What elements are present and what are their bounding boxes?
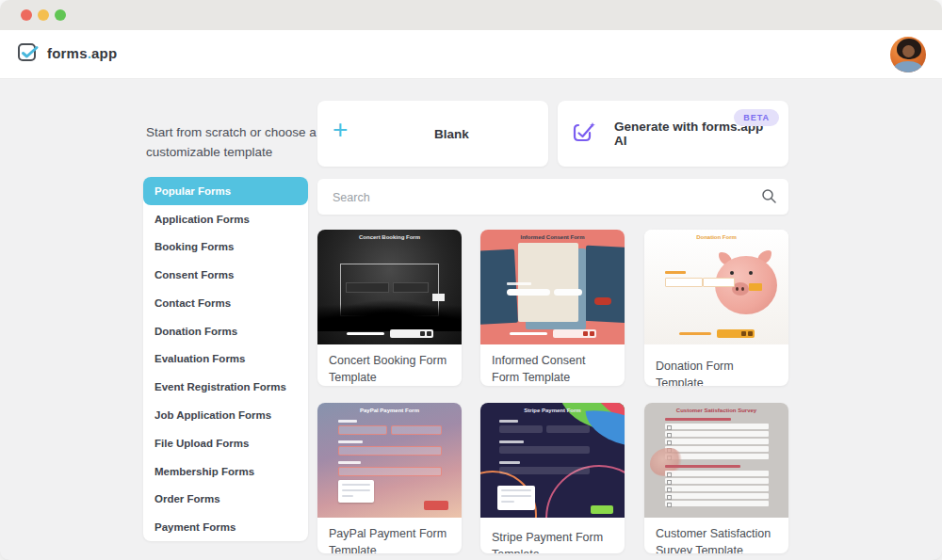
mini-progress [679,332,711,335]
mini-option-row [665,424,769,429]
beta-badge: BETA [734,109,779,126]
mini-option-row [665,493,769,499]
app-header: forms.app [0,30,942,79]
sidebar-item-booking-forms[interactable]: Booking Forms [143,233,308,262]
preview-title: Donation Form [644,234,788,240]
mini-label [338,420,357,423]
minimize-window-button[interactable] [38,9,49,21]
search-icon[interactable] [761,188,777,204]
mini-label [338,461,361,464]
mini-submit-button [424,501,448,510]
mini-footer [480,329,625,338]
template-title: PayPal Payment Form Template [317,518,462,553]
preview-title: Informed Consent Form [480,234,625,240]
mini-question-label [665,465,740,468]
mini-option-row [665,431,769,437]
mini-input [499,467,590,474]
preview-title: Stripe Payment Form [480,408,625,413]
template-preview-survey: Customer Satisfaction Survey [644,403,788,518]
sidebar-item-evaluation-forms[interactable]: Evaluation Forms [143,345,308,374]
mini-input [499,446,590,454]
sidebar-item-application-forms[interactable]: Application Forms [143,205,308,233]
piggy-bank-graphic [749,271,753,275]
close-window-button[interactable] [21,9,32,21]
mini-input [338,467,442,476]
blank-form-label: Blank [374,101,529,167]
template-preview-concert: Concert Booking Form [317,230,462,344]
mini-label [507,282,531,285]
mini-pager [553,329,596,338]
preview-title: Concert Booking Form [317,234,462,240]
sidebar-item-file-upload-forms[interactable]: File Upload Forms [143,429,308,457]
sidebar-item-contact-forms[interactable]: Contact Forms [143,289,308,317]
mini-option-row [665,486,769,491]
mini-label [499,461,520,464]
mini-pager [717,329,755,338]
mini-option-row [665,439,769,444]
ai-check-icon [571,120,597,146]
mini-button [749,283,762,291]
mini-footer [317,329,462,338]
mini-option-row [665,446,769,452]
template-card-donation[interactable]: Donation Form Donation Form Template [644,230,788,386]
sidebar-item-job-application-forms[interactable]: Job Application Forms [143,401,308,429]
mini-input [546,425,590,433]
avatar-shirt [894,61,922,72]
template-preview-paypal: PayPal Payment Form [317,403,462,518]
mini-input [338,446,442,456]
user-avatar[interactable] [890,37,926,72]
sidebar-item-membership-forms[interactable]: Membership Forms [143,457,308,486]
sidebar-item-consent-forms[interactable]: Consent Forms [143,261,308,289]
mini-label [499,420,518,423]
template-card-customer-satisfaction[interactable]: Customer Satisfaction Survey Customer Sa… [644,403,788,553]
mini-input [703,278,735,287]
paper-graphic [480,249,518,326]
mini-progress [347,332,384,335]
template-card-informed-consent[interactable]: Informed Consent Form Informed Consent F… [480,230,625,386]
sidebar-item-donation-forms[interactable]: Donation Forms [143,317,308,345]
mini-label [665,271,686,274]
blank-form-button[interactable]: + Blank [317,101,548,167]
brand-name: forms.app [47,45,117,61]
generate-ai-button[interactable]: Generate with forms.app AI BETA [558,101,788,167]
mini-progress [510,332,547,335]
mini-option-row [665,501,769,506]
template-card-stripe-payment[interactable]: Stripe Payment Form Stripe Payment Form … [480,403,625,553]
mini-input [499,425,543,433]
template-title: Informed Consent Form Template [480,344,625,386]
template-title: Concert Booking Form Template [317,344,462,386]
forms-app-logo-icon [17,41,40,64]
mini-input [665,278,703,287]
mini-input [338,425,387,435]
search-bar [317,179,788,215]
crowd-silhouette-graphic [317,299,462,331]
sidebar-item-payment-forms[interactable]: Payment Forms [143,513,308,541]
plus-icon: + [333,117,348,143]
template-preview-stripe: Stripe Payment Form [480,403,625,518]
mini-input [391,425,442,435]
template-card-concert-booking[interactable]: Concert Booking Form Concert Booking For… [317,230,462,386]
app-window: forms.app Start from scratch or choose a… [0,0,942,560]
mini-input [393,282,429,293]
forms-app-logo[interactable]: forms.app [17,41,117,64]
sidebar-item-event-registration-forms[interactable]: Event Registration Forms [143,373,308,401]
mini-question-label [665,418,731,421]
category-sidebar: Popular Forms Application Forms Booking … [143,177,308,541]
mini-input [346,282,389,293]
search-input[interactable] [331,179,749,216]
paper-graphic [582,246,625,324]
window-titlebar [0,0,942,30]
preview-title: Customer Satisfaction Survey [644,408,788,413]
mini-input [554,289,582,296]
template-title: Donation Form Template [644,344,788,386]
sidebar-item-popular-forms[interactable]: Popular Forms [143,177,308,205]
mini-label [499,440,524,443]
mini-option-row [665,478,769,484]
template-card-paypal-payment[interactable]: PayPal Payment Form PayPal Payment Form … [317,403,462,553]
mini-footer [644,329,788,338]
zoom-window-button[interactable] [55,9,66,21]
piggy-bank-graphic [741,287,744,291]
preview-title: PayPal Payment Form [317,408,462,413]
sidebar-item-order-forms[interactable]: Order Forms [143,485,308,513]
mini-next-button [594,297,611,305]
